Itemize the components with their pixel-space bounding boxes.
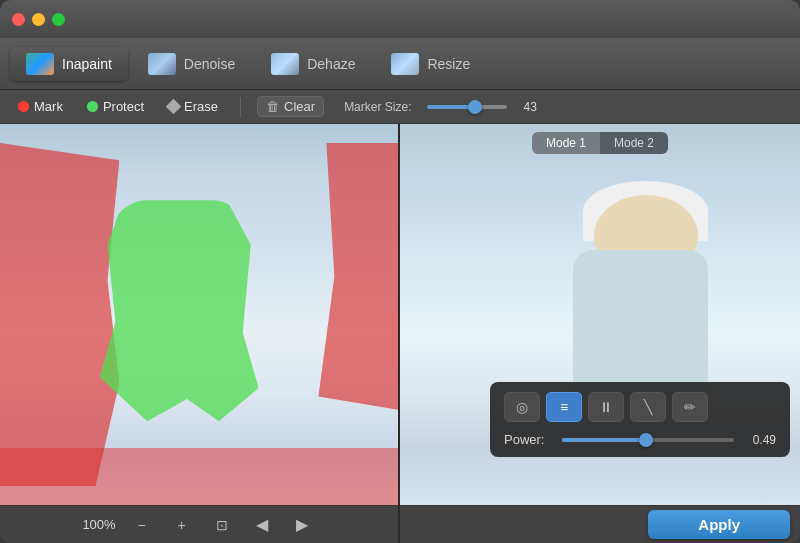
toolbar-separator xyxy=(240,97,241,117)
pause-icon-btn[interactable]: ⏸ xyxy=(588,392,624,422)
right-canvas[interactable]: Mode 1 Mode 2 ◎ ≡ ⏸ xyxy=(400,124,800,505)
red-mark-bottom xyxy=(0,448,398,505)
power-label: Power: xyxy=(504,432,552,447)
child-body xyxy=(573,250,708,401)
erase-label: Erase xyxy=(184,99,218,114)
edit-icon: ✏ xyxy=(684,399,696,415)
left-image xyxy=(0,124,398,505)
tab-bar: Inapaint Denoise Dehaze Resize xyxy=(0,38,800,90)
red-mark-left xyxy=(0,143,119,486)
float-controls: ◎ ≡ ⏸ ╲ ✏ Power: xyxy=(490,382,790,457)
fit-screen-button[interactable]: ⊡ xyxy=(208,514,236,536)
zoom-out-icon: − xyxy=(138,517,146,533)
mark-dot-icon xyxy=(18,101,29,112)
erase-diamond-icon xyxy=(166,99,182,115)
maximize-button[interactable] xyxy=(52,13,65,26)
tab-inapaint-label: Inapaint xyxy=(62,56,112,72)
right-panel: Mode 1 Mode 2 ◎ ≡ ⏸ xyxy=(400,124,800,543)
zoom-in-button[interactable]: + xyxy=(168,514,196,536)
power-slider-thumb xyxy=(639,433,653,447)
diagonal-icon-btn[interactable]: ╲ xyxy=(630,392,666,422)
clear-button[interactable]: 🗑 Clear xyxy=(257,96,324,117)
next-button[interactable]: ▶ xyxy=(288,514,316,536)
mode2-button[interactable]: Mode 2 xyxy=(600,132,668,154)
left-bottom-bar: 100% − + ⊡ ◀ ▶ xyxy=(0,505,398,543)
erase-button[interactable]: Erase xyxy=(162,97,224,116)
zoom-level: 100% xyxy=(82,517,115,532)
fit-screen-icon: ⊡ xyxy=(216,517,228,533)
circle-icon-btn[interactable]: ◎ xyxy=(504,392,540,422)
marker-size-value: 43 xyxy=(523,100,536,114)
edit-icon-btn[interactable]: ✏ xyxy=(672,392,708,422)
power-slider-fill xyxy=(562,438,646,442)
tab-denoise[interactable]: Denoise xyxy=(132,47,251,81)
tab-resize[interactable]: Resize xyxy=(375,47,486,81)
protect-label: Protect xyxy=(103,99,144,114)
tab-dehaze-label: Dehaze xyxy=(307,56,355,72)
dehaze-icon xyxy=(271,53,299,75)
toolbar: Mark Protect Erase 🗑 Clear Marker Size: … xyxy=(0,90,800,124)
protect-button[interactable]: Protect xyxy=(81,97,150,116)
green-protect-figure xyxy=(100,200,259,421)
power-row: Power: 0.49 xyxy=(504,432,776,447)
title-bar xyxy=(0,0,800,38)
apply-button[interactable]: Apply xyxy=(648,510,790,539)
zoom-in-icon: + xyxy=(178,517,186,533)
inapaint-icon xyxy=(26,53,54,75)
lines-icon-btn[interactable]: ≡ xyxy=(546,392,582,422)
traffic-lights xyxy=(0,13,65,26)
mode-buttons: Mode 1 Mode 2 xyxy=(532,132,668,154)
tab-resize-label: Resize xyxy=(427,56,470,72)
resize-icon xyxy=(391,53,419,75)
minimize-button[interactable] xyxy=(32,13,45,26)
arrow-left-icon: ◀ xyxy=(256,515,268,534)
close-button[interactable] xyxy=(12,13,25,26)
trash-icon: 🗑 xyxy=(266,99,279,114)
arrow-right-icon: ▶ xyxy=(296,515,308,534)
lines-icon: ≡ xyxy=(560,399,568,415)
marker-size-label: Marker Size: xyxy=(344,100,411,114)
tab-inapaint[interactable]: Inapaint xyxy=(10,47,128,81)
zoom-out-button[interactable]: − xyxy=(128,514,156,536)
left-panel: 100% − + ⊡ ◀ ▶ xyxy=(0,124,400,543)
tab-dehaze[interactable]: Dehaze xyxy=(255,47,371,81)
clear-label: Clear xyxy=(284,99,315,114)
pause-icon: ⏸ xyxy=(599,399,613,415)
mark-button[interactable]: Mark xyxy=(12,97,69,116)
mode2-label: Mode 2 xyxy=(614,136,654,150)
protect-dot-icon xyxy=(87,101,98,112)
slider-thumb xyxy=(468,100,482,114)
mode1-button[interactable]: Mode 1 xyxy=(532,132,600,154)
mode1-label: Mode 1 xyxy=(546,136,586,150)
power-value: 0.49 xyxy=(744,433,776,447)
marker-size-slider[interactable] xyxy=(427,105,507,109)
main-content: 100% − + ⊡ ◀ ▶ xyxy=(0,124,800,543)
right-bottom-bar: Apply xyxy=(400,505,800,543)
power-slider[interactable] xyxy=(562,438,734,442)
left-canvas[interactable] xyxy=(0,124,398,505)
diagonal-icon: ╲ xyxy=(644,399,652,415)
tab-denoise-label: Denoise xyxy=(184,56,235,72)
mark-label: Mark xyxy=(34,99,63,114)
prev-button[interactable]: ◀ xyxy=(248,514,276,536)
control-icon-row: ◎ ≡ ⏸ ╲ ✏ xyxy=(504,392,776,422)
circle-icon: ◎ xyxy=(516,399,528,415)
denoise-icon xyxy=(148,53,176,75)
